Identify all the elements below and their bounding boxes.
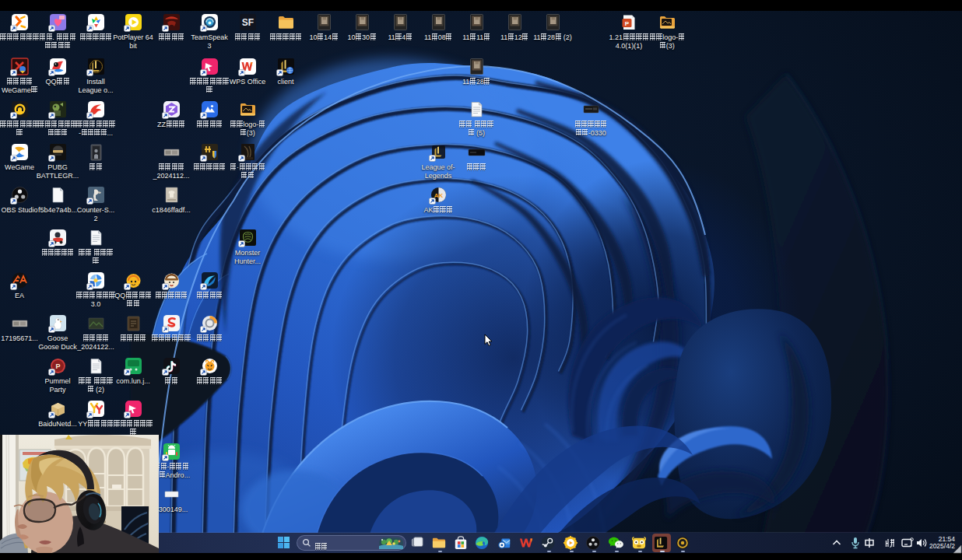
svg-text:P: P: [625, 20, 630, 27]
svg-text:P: P: [55, 362, 60, 370]
svg-text:AK: AK: [434, 192, 444, 199]
svg-text:SF: SF: [242, 17, 254, 28]
